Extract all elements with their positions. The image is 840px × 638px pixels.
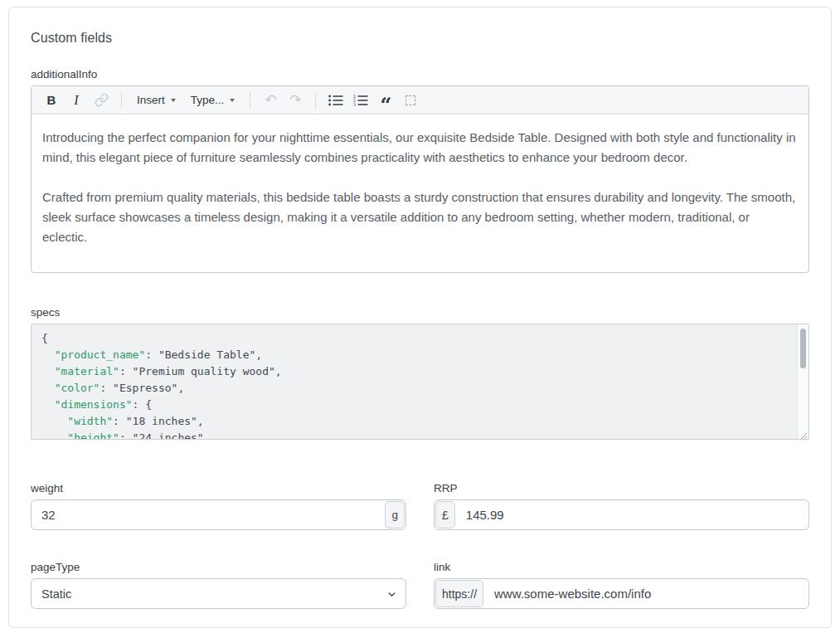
field-link: link https://: [434, 561, 809, 609]
caret-down-icon: [230, 99, 235, 102]
numbered-list-button[interactable]: 1 2 3: [349, 90, 372, 111]
rrp-input-group: £: [434, 499, 809, 530]
redo-button[interactable]: ↷: [284, 90, 307, 111]
pagetype-link-row: pageType Static link https://: [31, 561, 809, 609]
weight-label: weight: [31, 482, 406, 494]
scrollbar-thumb[interactable]: [800, 329, 806, 368]
rrp-label: RRP: [434, 482, 809, 494]
italic-button[interactable]: I: [65, 90, 88, 111]
custom-fields-card: Custom fields additionalInfo B I Inse: [8, 7, 832, 628]
page-type-select-wrap: Static: [31, 578, 406, 609]
rte-paragraph: Crafted from premium quality materials, …: [42, 188, 798, 247]
nonbreaking-space-button[interactable]: [399, 90, 422, 111]
type-dropdown[interactable]: Type...: [184, 90, 242, 111]
field-additional-info: additionalInfo B I Insert: [31, 68, 809, 273]
specs-label: specs: [31, 306, 809, 319]
link-label: link: [434, 561, 809, 573]
bullet-list-icon: [328, 95, 343, 106]
field-rrp: RRP £: [434, 482, 809, 530]
insert-dropdown[interactable]: Insert: [130, 90, 182, 111]
rrp-input[interactable]: [456, 500, 808, 529]
field-specs: specs { "product_name": "Bedside Table",…: [31, 306, 809, 440]
link-input-group: https://: [434, 578, 809, 609]
toolbar-divider: [315, 92, 316, 109]
weight-rrp-row: weight g RRP £: [31, 482, 809, 530]
numbered-list-icon: 1 2 3: [353, 95, 368, 106]
rte-content-area[interactable]: Introducing the perfect companion for yo…: [32, 114, 808, 272]
weight-input[interactable]: [32, 500, 384, 529]
page-type-label: pageType: [31, 561, 406, 573]
caret-down-icon: [171, 99, 176, 102]
field-weight: weight g: [31, 482, 406, 530]
specs-code-editor[interactable]: { "product_name": "Bedside Table", "mate…: [31, 324, 809, 440]
blockquote-button[interactable]: “: [374, 90, 397, 111]
scrollbar-track[interactable]: [797, 324, 808, 439]
link-input[interactable]: [484, 579, 808, 608]
weight-unit-suffix: g: [385, 501, 405, 528]
card-title: Custom fields: [31, 31, 809, 46]
link-button[interactable]: [90, 90, 113, 111]
field-page-type: pageType Static: [31, 561, 406, 609]
undo-button[interactable]: ↶: [259, 90, 282, 111]
bullet-list-button[interactable]: [324, 90, 347, 111]
additional-info-label: additionalInfo: [31, 68, 809, 80]
specs-code: { "product_name": "Bedside Table", "mate…: [32, 324, 808, 439]
protocol-prefix: https://: [435, 580, 483, 607]
rte-toolbar: B I Insert Type...: [32, 86, 808, 114]
toolbar-divider: [121, 92, 122, 109]
rich-text-editor: B I Insert Type...: [31, 85, 809, 273]
weight-input-group: g: [31, 499, 406, 530]
rte-paragraph: Introducing the perfect companion for yo…: [42, 128, 798, 168]
page-type-select[interactable]: Static: [31, 578, 406, 609]
undo-icon: ↶: [265, 93, 276, 107]
bold-button[interactable]: B: [40, 90, 63, 111]
redo-icon: ↷: [289, 93, 301, 107]
toolbar-divider: [250, 92, 250, 109]
svg-text:3: 3: [353, 102, 356, 106]
currency-prefix: £: [435, 501, 455, 528]
dashed-box-icon: [405, 95, 415, 105]
link-icon: [95, 93, 109, 107]
resize-handle-icon[interactable]: [798, 428, 808, 438]
